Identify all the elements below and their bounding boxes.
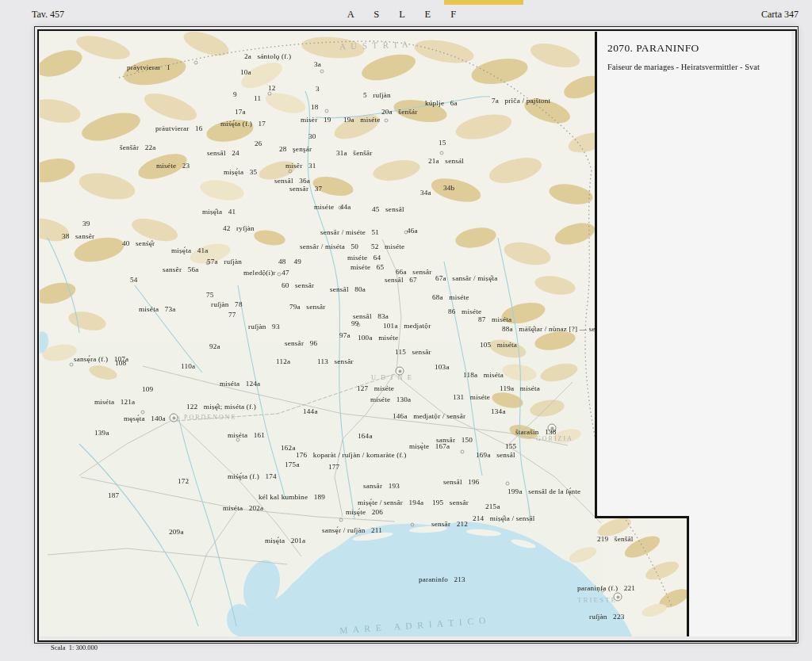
sheet-number: Tav. 457 [32,9,64,21]
yellow-tab-marker [444,0,523,5]
atlas-sheet-page: Tav. 457 A S L E F Carta 347 [0,0,812,661]
carta-number: Carta 347 [761,9,799,21]
scale-label: Scala 1: 300.000 [51,644,98,651]
atlas-title: A S L E F [347,9,465,21]
sheet-frame-inner [37,29,797,642]
